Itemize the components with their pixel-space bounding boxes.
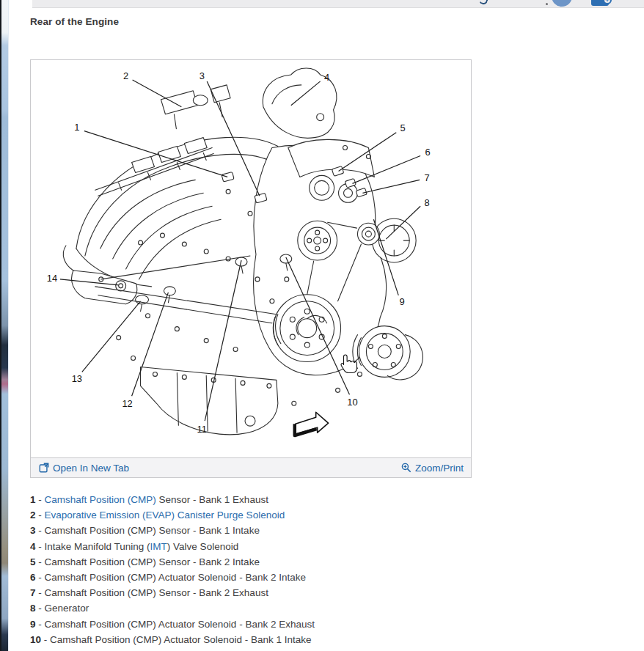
direction-arrow-icon [295, 412, 329, 435]
callout-leader-line [362, 180, 420, 193]
legend-text: Camshaft Position (CMP) Actuator Solenoi… [45, 619, 315, 630]
callout-number: 10 [347, 397, 357, 408]
callout-number: 14 [47, 273, 57, 284]
legend-link[interactable]: Camshaft Position (CMP) [45, 494, 156, 505]
engine-diagram-image[interactable]: 1234567891011121314 [31, 60, 471, 457]
open-in-new-tab-link[interactable]: Open In New Tab [39, 463, 129, 474]
legend-item: 3 - Camshaft Position (CMP) Sensor - Ban… [30, 523, 617, 538]
legend-number: 1 [30, 494, 36, 505]
figure-footer: Open In New Tab Zoom/Print [31, 457, 471, 477]
callout-leader-line [133, 80, 182, 107]
legend-number: 3 [30, 525, 36, 536]
legend: 1 - Camshaft Position (CMP) Sensor - Ban… [30, 492, 617, 651]
legend-text: ) Valve Solenoid [167, 541, 238, 552]
callout-number: 7 [425, 172, 430, 183]
legend-item: 1 - Camshaft Position (CMP) Sensor - Ban… [30, 492, 617, 507]
zoom-print-link[interactable]: Zoom/Print [401, 463, 464, 474]
legend-item: 10 - Camshaft Position (CMP) Actuator So… [30, 632, 617, 647]
search-icon[interactable] [478, 0, 489, 5]
legend-item: 5 - Camshaft Position (CMP) Sensor - Ban… [30, 554, 617, 570]
legend-text: Sensor - Bank 1 Exhaust [156, 494, 268, 505]
legend-item: 6 - Camshaft Position (CMP) Actuator Sol… [30, 570, 617, 585]
legend-text: Generator [45, 603, 89, 614]
legend-number: 7 [30, 587, 36, 598]
engine-line-art: 1234567891011121314 [31, 60, 471, 457]
engine-body [63, 68, 422, 435]
callout-number: 1 [74, 122, 79, 133]
legend-number: 6 [30, 572, 36, 583]
legend-separator: - [36, 525, 45, 536]
legend-separator: - [36, 572, 45, 583]
callout-number: 6 [425, 147, 431, 158]
callout-number: 12 [122, 398, 132, 409]
toolbar: + [32, 0, 644, 8]
legend-text: Camshaft Position (CMP) Sensor - Bank 2 … [45, 587, 268, 598]
callout-number: 11 [197, 424, 207, 435]
legend-separator: - [36, 587, 45, 598]
legend-text: Intake Manifold Tuning ( [45, 541, 150, 552]
open-in-new-icon [39, 463, 49, 473]
legend-number: 8 [30, 603, 36, 614]
legend-separator: - [36, 494, 45, 505]
callout-leader-line [84, 131, 227, 177]
zoom-print-label: Zoom/Print [415, 463, 464, 474]
legend-separator: - [36, 541, 45, 552]
legend-link[interactable]: IMT [150, 541, 167, 552]
legend-item: 11 - Camshaft Position (CMP) Actuator So… [30, 647, 617, 651]
avatar[interactable] [552, 0, 572, 7]
callout-number: 3 [200, 70, 205, 81]
toolbar-left-gap [9, 0, 32, 8]
legend-separator: - [36, 556, 45, 567]
legend-item: 8 - Generator [30, 600, 617, 616]
legend-text: Camshaft Position (CMP) Sensor - Bank 2 … [45, 556, 260, 567]
callout-leader-line [82, 301, 141, 372]
legend-separator: - [36, 510, 45, 521]
window-edge-strip [0, 0, 9, 651]
legend-text: Camshaft Position (CMP) Sensor - Bank 1 … [45, 525, 260, 536]
legend-number: 9 [30, 619, 36, 630]
legend-item: 9 - Camshaft Position (CMP) Actuator Sol… [30, 617, 617, 632]
legend-number: 10 [30, 634, 41, 645]
legend-number: 5 [30, 556, 36, 567]
legend-number: 2 [30, 510, 36, 521]
toolbar-dot-icon [546, 3, 548, 5]
legend-separator: - [41, 634, 50, 645]
figure-card: 1234567891011121314 Open In New Tab [30, 59, 472, 478]
legend-item: 2 - Evaporative Emission (EVAP) Canister… [30, 507, 617, 523]
callout-number: 13 [72, 373, 82, 384]
legend-text: Camshaft Position (CMP) Actuator Solenoi… [50, 634, 311, 645]
legend-text: Camshaft Position (CMP) Actuator Solenoi… [45, 572, 306, 583]
legend-item: 7 - Camshaft Position (CMP) Sensor - Ban… [30, 585, 617, 600]
callout-number: 4 [324, 72, 329, 83]
legend-separator: - [36, 619, 45, 630]
magnifier-plus-icon [401, 463, 411, 473]
plus-icon: + [604, 0, 610, 4]
callout-number: 5 [400, 122, 406, 133]
legend-link[interactable]: Evaporative Emission (EVAP) Canister Pur… [45, 510, 285, 521]
callout-number: 9 [400, 296, 405, 307]
callout-number: 8 [425, 197, 430, 208]
open-in-new-tab-label: Open In New Tab [53, 463, 129, 474]
legend-number: 4 [30, 541, 36, 552]
callout-number: 2 [123, 70, 128, 81]
legend-item: 4 - Intake Manifold Tuning (IMT) Valve S… [30, 539, 617, 554]
legend-separator: - [36, 603, 45, 614]
page-title: Rear of the Engine [30, 16, 119, 27]
